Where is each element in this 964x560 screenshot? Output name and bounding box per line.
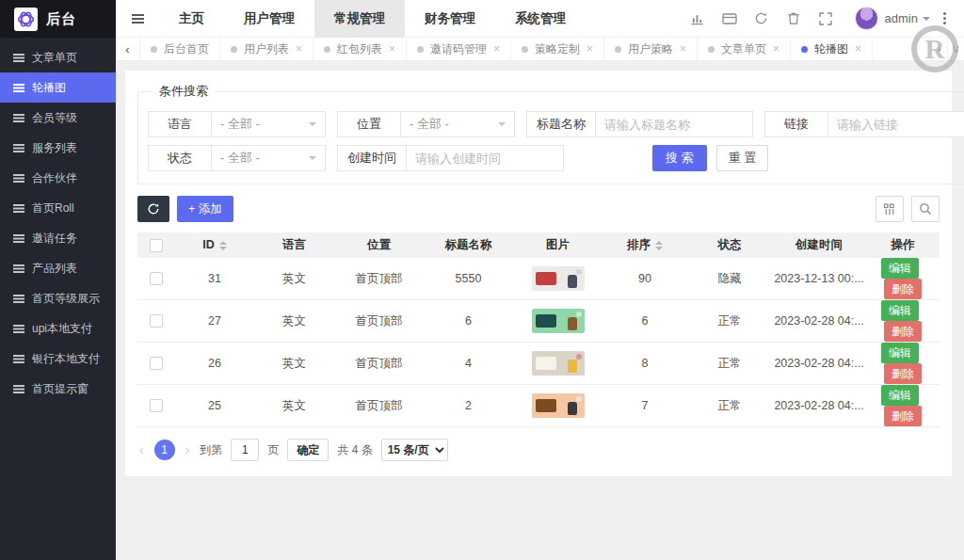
banner-image[interactable]: [532, 266, 585, 291]
row-checkbox[interactable]: [150, 357, 163, 370]
sort-icon[interactable]: [219, 237, 227, 254]
row-checkbox[interactable]: [150, 314, 163, 328]
sidebar-item-home-level-display[interactable]: 首页等级展示: [0, 283, 116, 313]
language-filter: 语言 - 全部 -: [148, 111, 326, 137]
nav-item-finance-mgmt[interactable]: 财务管理: [405, 0, 495, 38]
delete-button[interactable]: 删除: [884, 321, 922, 342]
col-id[interactable]: ID: [175, 232, 254, 258]
refresh-icon[interactable]: [746, 0, 778, 38]
nav-item-general-mgmt[interactable]: 常规管理: [314, 0, 405, 38]
edit-button[interactable]: 编辑: [881, 258, 919, 279]
tabs-scroll-left-icon[interactable]: ‹: [116, 38, 140, 60]
col-image: 图片: [513, 232, 602, 258]
sidebar-item-article-page[interactable]: 文章单页: [0, 42, 116, 72]
sidebar: 文章单页 轮播图 会员等级 服务列表 合作伙伴 首页Roll 邀请任务 产品列表…: [0, 38, 116, 560]
reset-button[interactable]: 重 置: [716, 145, 769, 171]
sidebar-item-bank-payment[interactable]: 银行本地支付: [0, 344, 116, 374]
tab-dashboard[interactable]: 后台首页: [140, 38, 220, 60]
tab-carousel[interactable]: 轮播图 ×: [791, 38, 873, 60]
tab-user-list[interactable]: 用户列表 ×: [220, 38, 313, 60]
sidebar-item-carousel[interactable]: 轮播图: [0, 72, 116, 103]
page-number[interactable]: 1: [154, 440, 175, 460]
banner-image[interactable]: [532, 309, 585, 333]
filter-columns-icon[interactable]: [876, 196, 904, 222]
title-input[interactable]: [595, 111, 753, 137]
position-select[interactable]: - 全部 -: [400, 111, 515, 137]
more-menu-icon[interactable]: [930, 0, 958, 38]
tab-label: 策略定制: [535, 41, 580, 57]
delete-button[interactable]: 删除: [884, 279, 922, 299]
sidebar-item-upi-payment[interactable]: upi本地支付: [0, 313, 116, 344]
row-checkbox[interactable]: [150, 272, 163, 285]
close-icon[interactable]: ×: [680, 43, 686, 55]
tab-invite-code[interactable]: 邀请码管理 ×: [407, 38, 511, 60]
close-icon[interactable]: ×: [855, 43, 861, 55]
created-input[interactable]: [406, 145, 564, 171]
edit-button[interactable]: 编辑: [881, 385, 919, 406]
close-icon[interactable]: ×: [296, 43, 302, 55]
sidebar-item-home-roll[interactable]: 首页Roll: [0, 193, 116, 223]
chart-icon[interactable]: [682, 0, 714, 38]
cell-created: 2023-02-28 04:...: [772, 300, 866, 343]
trash-icon[interactable]: [778, 0, 810, 38]
banner-image[interactable]: [532, 393, 585, 418]
tab-redpacket-list[interactable]: 红包列表 ×: [313, 38, 407, 60]
tab-dot-icon: [151, 46, 157, 53]
add-button[interactable]: + 添加: [177, 196, 233, 222]
nav-item-system-mgmt[interactable]: 系统管理: [495, 0, 586, 38]
user-menu[interactable]: admin: [885, 11, 930, 25]
edit-button[interactable]: 编辑: [881, 343, 919, 363]
select-all-checkbox[interactable]: [150, 239, 163, 252]
tab-article-page[interactable]: 文章单页 ×: [698, 38, 791, 60]
delete-button[interactable]: 删除: [884, 363, 922, 384]
search-panel-title: 条件搜索: [152, 83, 216, 100]
link-input[interactable]: [827, 111, 964, 137]
cell-id: 26: [175, 343, 254, 385]
sort-icon[interactable]: [655, 237, 663, 254]
sidebar-item-partners[interactable]: 合作伙伴: [0, 163, 116, 193]
main-content: 条件搜索 语言 - 全部 - 位置 - 全部 - 标题名称: [116, 61, 964, 560]
nav-item-user-mgmt[interactable]: 用户管理: [224, 0, 314, 38]
sidebar-item-label: 文章单页: [32, 50, 77, 66]
row-checkbox[interactable]: [150, 399, 163, 412]
tab-strategy-custom[interactable]: 策略定制 ×: [511, 38, 604, 60]
sidebar-item-product-list[interactable]: 产品列表: [0, 253, 116, 283]
sidebar-item-home-popup[interactable]: 首页提示窗: [0, 374, 116, 404]
position-filter: 位置 - 全部 -: [337, 111, 515, 137]
edit-button[interactable]: 编辑: [881, 300, 919, 321]
tabs-menu-icon[interactable]: ∨: [947, 38, 964, 60]
banner-image[interactable]: [532, 351, 585, 376]
search-panel: 条件搜索 语言 - 全部 - 位置 - 全部 - 标题名称: [137, 83, 964, 184]
page-size-select[interactable]: 15 条/页: [381, 439, 448, 461]
language-select[interactable]: - 全部 -: [211, 111, 326, 137]
menu-toggle-icon[interactable]: [116, 0, 159, 38]
close-icon[interactable]: ×: [773, 43, 779, 55]
tab-user-strategy[interactable]: 用户策略 ×: [604, 38, 698, 60]
col-order[interactable]: 排序: [602, 232, 687, 258]
fullscreen-icon[interactable]: [810, 0, 842, 38]
status-select[interactable]: - 全部 -: [211, 145, 326, 171]
sidebar-item-member-level[interactable]: 会员等级: [0, 103, 116, 133]
user-avatar[interactable]: [855, 7, 878, 30]
sidebar-item-service-list[interactable]: 服务列表: [0, 133, 116, 163]
sidebar-item-label: 首页Roll: [32, 200, 74, 216]
refresh-button[interactable]: [137, 196, 169, 222]
search-icon[interactable]: [911, 196, 940, 222]
delete-button[interactable]: 删除: [884, 406, 922, 426]
prev-page-icon[interactable]: ‹: [137, 442, 146, 457]
confirm-button[interactable]: 确定: [287, 439, 329, 461]
card-icon[interactable]: [714, 0, 746, 38]
jump-page-input[interactable]: [231, 439, 259, 461]
tab-label: 红包列表: [337, 41, 382, 57]
next-page-icon[interactable]: ›: [184, 442, 192, 457]
cell-order: 90: [602, 258, 687, 300]
sidebar-item-invite-task[interactable]: 邀请任务: [0, 223, 116, 253]
close-icon[interactable]: ×: [493, 43, 500, 55]
tabs-scroll-right-icon[interactable]: ›: [930, 38, 947, 60]
close-icon[interactable]: ×: [586, 43, 593, 55]
tab-dot-icon: [231, 46, 237, 53]
cell-language: 英文: [254, 343, 334, 385]
search-button[interactable]: 搜 索: [652, 145, 707, 171]
close-icon[interactable]: ×: [389, 43, 395, 55]
nav-item-home[interactable]: 主页: [159, 0, 224, 38]
